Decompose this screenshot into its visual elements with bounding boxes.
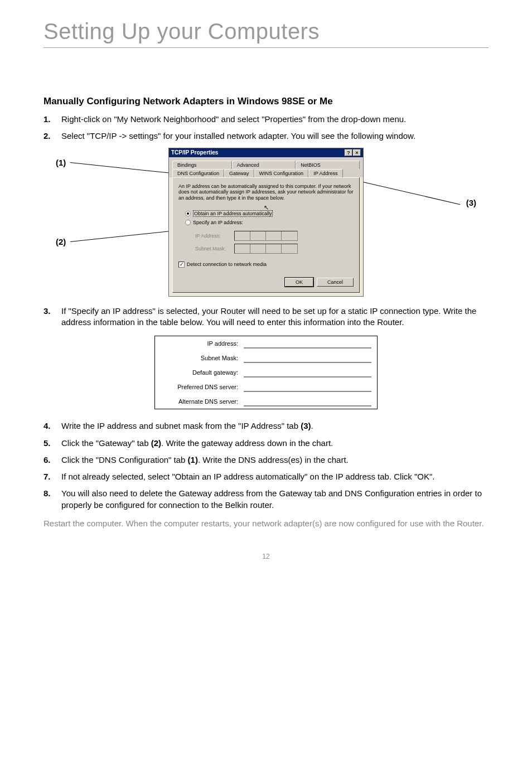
subnet-mask-label: Subnet Mask: — [195, 246, 234, 251]
dialog-title: TCP/IP Properties — [171, 149, 218, 156]
row-alt-dns-label: Alternate DNS server: — [155, 394, 241, 409]
ip-address-input — [234, 231, 298, 241]
step-8-text: You will also need to delete the Gateway… — [61, 488, 489, 511]
cursor-icon: ↖ — [264, 204, 269, 211]
section-title: Manually Configuring Network Adapters in… — [43, 96, 489, 107]
radio-icon — [185, 220, 191, 225]
tab-netbios[interactable]: NetBIOS — [296, 161, 360, 169]
dialog-screenshot-block: (1) (2) (3) TCP/IP Properties ? × Bindin… — [43, 148, 489, 297]
step-2: 2. Select "TCP/IP -> settings" for your … — [43, 130, 489, 142]
dialog-titlebar: TCP/IP Properties ? × — [169, 148, 363, 157]
step-1: 1. Right-click on "My Network Neighborho… — [43, 114, 489, 125]
tab-content: An IP address can be automatically assig… — [172, 177, 360, 293]
step-8-num: 8. — [43, 488, 61, 511]
page-title: Setting Up your Computers — [43, 19, 489, 44]
table-row: Preferred DNS server: — [155, 380, 377, 394]
row-ip-value — [244, 341, 371, 348]
help-button[interactable]: ? — [345, 149, 352, 156]
page-number: 12 — [43, 553, 489, 560]
tab-advanced[interactable]: Advanced — [232, 161, 296, 169]
callout-line-1 — [70, 162, 169, 173]
step-3-num: 3. — [43, 306, 61, 328]
callout-3: (3) — [466, 198, 476, 207]
radio-specify-label: Specify an IP address: — [193, 220, 243, 225]
radio-obtain-label: Obtain an IP address automatically — [193, 210, 273, 217]
row-subnet-label: Subnet Mask: — [155, 351, 241, 365]
row-subnet-value — [244, 355, 371, 363]
checkbox-icon: ✓ — [178, 262, 185, 268]
tab-wins-config[interactable]: WINS Configuration — [254, 169, 309, 177]
step-6: 6. Click the "DNS Configuration" tab (1)… — [43, 454, 489, 466]
step-5-text: Click the "Gateway" tab (2). Write the g… — [61, 438, 489, 449]
step-4-text: Write the IP address and subnet mask fro… — [61, 420, 489, 432]
tab-ip-address[interactable]: IP Address — [308, 169, 342, 177]
callout-line-3 — [356, 180, 460, 205]
ip-address-label: IP Address: — [195, 233, 234, 239]
step-7: 7. If not already selected, select "Obta… — [43, 471, 489, 482]
callout-line-2 — [70, 230, 181, 242]
table-row: IP address: — [155, 336, 377, 351]
step-6-text: Click the "DNS Configuration" tab (1). W… — [61, 454, 489, 466]
callout-2: (2) — [56, 237, 66, 246]
detect-connection-label: Detect connection to network media — [187, 262, 267, 267]
tab-gateway[interactable]: Gateway — [224, 169, 254, 177]
step-3: 3. If "Specify an IP address" is selecte… — [43, 306, 489, 328]
row-alt-dns-value — [244, 399, 371, 406]
ok-button[interactable]: OK — [285, 278, 313, 287]
title-rule — [43, 47, 489, 48]
row-pref-dns-label: Preferred DNS server: — [155, 380, 241, 394]
tab-dns-config[interactable]: DNS Configuration — [172, 169, 224, 177]
step-1-text: Right-click on "My Network Neighborhood"… — [61, 114, 489, 125]
radio-specify[interactable]: Specify an IP address: — [185, 220, 354, 225]
tcpip-dialog: TCP/IP Properties ? × Bindings Advanced … — [168, 148, 364, 297]
table-row: Subnet Mask: — [155, 351, 377, 365]
step-7-num: 7. — [43, 471, 61, 482]
step-3-text: If "Specify an IP address" is selected, … — [61, 306, 489, 328]
address-info-table: IP address: Subnet Mask: Default gateway… — [154, 336, 378, 409]
subnet-mask-input — [234, 244, 298, 254]
radio-obtain-auto[interactable]: Obtain an IP address automatically — [185, 210, 354, 217]
row-gateway-label: Default gateway: — [155, 365, 241, 380]
step-5: 5. Click the "Gateway" tab (2). Write th… — [43, 438, 489, 449]
tab-bindings[interactable]: Bindings — [172, 161, 232, 169]
step-5-num: 5. — [43, 438, 61, 449]
step-8: 8. You will also need to delete the Gate… — [43, 488, 489, 511]
step-7-text: If not already selected, select "Obtain … — [61, 471, 489, 482]
restart-text: Restart the computer. When the computer … — [43, 517, 489, 529]
table-row: Alternate DNS server: — [155, 394, 377, 409]
close-button[interactable]: × — [353, 149, 361, 156]
step-4: 4. Write the IP address and subnet mask … — [43, 420, 489, 432]
table-row: Default gateway: — [155, 365, 377, 380]
callout-1: (1) — [56, 158, 66, 167]
step-1-num: 1. — [43, 114, 61, 125]
row-ip-label: IP address: — [155, 336, 241, 351]
step-6-num: 6. — [43, 454, 61, 466]
row-gateway-value — [244, 370, 371, 377]
row-pref-dns-value — [244, 384, 371, 392]
detect-connection-checkbox[interactable]: ✓ Detect connection to network media — [178, 262, 354, 268]
step-2-text: Select "TCP/IP -> settings" for your ins… — [61, 130, 489, 142]
cancel-button[interactable]: Cancel — [317, 278, 354, 287]
radio-icon — [185, 211, 191, 216]
step-4-num: 4. — [43, 420, 61, 432]
step-2-num: 2. — [43, 130, 61, 142]
dialog-description: An IP address can be automatically assig… — [178, 183, 354, 201]
